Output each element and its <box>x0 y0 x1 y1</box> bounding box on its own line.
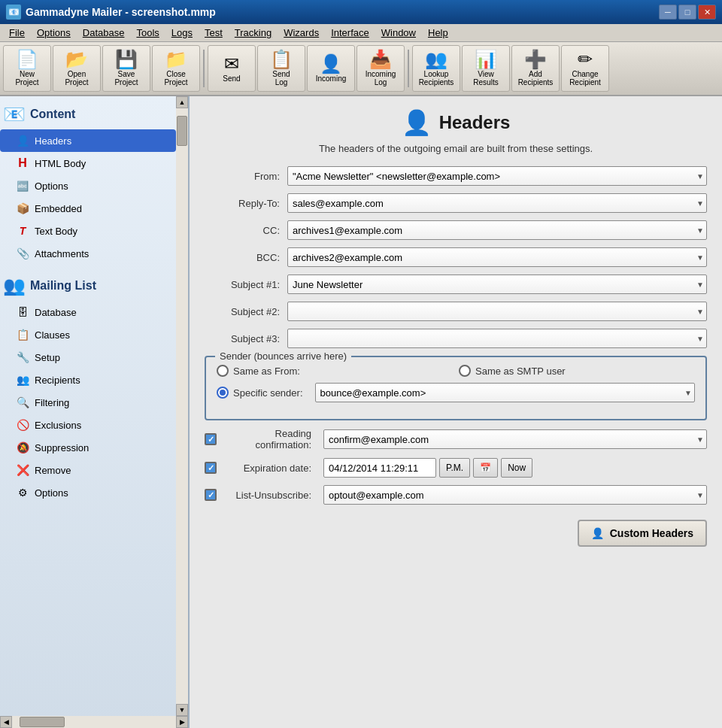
send-log-icon: 📋 <box>270 50 293 68</box>
add-recipients-icon: ➕ <box>524 50 547 68</box>
menu-help[interactable]: Help <box>422 26 454 40</box>
reply-to-row: Reply-To: sales@example.com ▼ <box>205 193 707 213</box>
subject2-row: Subject #2: ▼ <box>205 302 707 321</box>
send-icon: ✉ <box>224 55 239 73</box>
close-project-icon: 📁 <box>165 50 187 68</box>
specific-sender-select[interactable]: bounce@example.com> <box>315 383 696 402</box>
h-scroll-thumb[interactable] <box>20 717 65 727</box>
exclusions-icon: 🚫 <box>15 417 30 432</box>
menu-logs[interactable]: Logs <box>165 26 199 40</box>
sidebar-item-attachments[interactable]: 📎 Attachments <box>0 242 176 265</box>
content-area: 👤 Headers The headers of the outgoing em… <box>190 96 722 728</box>
toolbar-change-recipient[interactable]: ✏ ChangeRecipient <box>561 45 609 92</box>
reading-conf-checkbox[interactable]: ✓ <box>205 433 217 445</box>
list-unsub-row: ✓ List-Unsubscribe: optout@example.com ▼ <box>205 485 707 505</box>
sidebar-setup-label: Setup <box>35 352 60 363</box>
menu-tools[interactable]: Tools <box>130 26 165 40</box>
menu-test[interactable]: Test <box>199 26 229 40</box>
sidebar-ml-options-label: Options <box>35 487 68 499</box>
menu-interface[interactable]: Interface <box>325 26 375 40</box>
incoming-icon: 👤 <box>320 55 342 73</box>
sidebar-item-suppression[interactable]: 🔕 Suppression <box>0 436 176 459</box>
sidebar-item-setup[interactable]: 🔧 Setup <box>0 346 176 369</box>
scroll-up-arrow[interactable]: ▲ <box>176 96 188 108</box>
sidebar-item-filtering[interactable]: 🔍 Filtering <box>0 391 176 414</box>
sidebar-item-options[interactable]: 🔤 Options <box>0 174 176 197</box>
sidebar-item-recipients[interactable]: 👥 Recipients <box>0 369 176 391</box>
clauses-icon: 📋 <box>15 327 30 342</box>
same-as-from-radio[interactable] <box>217 365 229 377</box>
menu-file[interactable]: File <box>3 26 31 40</box>
open-project-icon: 📂 <box>65 50 88 68</box>
subject2-select[interactable] <box>287 302 707 321</box>
custom-headers-button[interactable]: 👤 Custom Headers <box>578 520 707 547</box>
toolbar-incoming-log[interactable]: 📥 IncomingLog <box>356 45 405 92</box>
from-row: From: "Acme Newsletter" <newsletter@exam… <box>205 166 707 186</box>
specific-sender-col: Specific sender: <box>217 387 303 399</box>
scroll-thumb[interactable] <box>177 116 187 146</box>
sidebar-item-remove[interactable]: ❌ Remove <box>0 459 176 481</box>
minimize-button[interactable]: ─ <box>659 5 677 20</box>
title-bar-buttons: ─ □ ✕ <box>659 5 716 20</box>
maximize-button[interactable]: □ <box>678 5 696 20</box>
sidebar-scrollbar[interactable]: ▲ ▼ <box>176 96 188 716</box>
reply-to-select[interactable]: sales@example.com <box>287 193 707 213</box>
toolbar: 📄 NewProject 📂 OpenProject 💾 SaveProject… <box>0 42 722 96</box>
recipients-icon: 👥 <box>15 372 30 387</box>
bcc-select[interactable]: archives2@example.com <box>287 247 707 267</box>
page-title: Headers <box>439 112 511 133</box>
setup-icon: 🔧 <box>15 350 30 365</box>
sidebar-item-ml-options[interactable]: ⚙ Options <box>0 481 176 504</box>
same-as-smtp-label: Same as SMTP user <box>475 366 566 377</box>
toolbar-view-results[interactable]: 📊 ViewResults <box>462 45 510 92</box>
list-unsub-select[interactable]: optout@example.com <box>323 485 707 505</box>
sidebar-item-embedded[interactable]: 📦 Embedded <box>0 197 176 220</box>
menu-wizards[interactable]: Wizards <box>278 26 325 40</box>
sidebar-h-scrollbar[interactable]: ◀ ▶ <box>0 716 188 728</box>
scroll-down-arrow[interactable]: ▼ <box>176 704 188 716</box>
close-button[interactable]: ✕ <box>698 5 716 20</box>
expiration-now-button[interactable]: Now <box>501 458 532 478</box>
toolbar-add-recipients[interactable]: ➕ AddRecipients <box>511 45 560 92</box>
toolbar-open-project[interactable]: 📂 OpenProject <box>53 45 101 92</box>
toolbar-save-project[interactable]: 💾 SaveProject <box>102 45 150 92</box>
menu-tracking[interactable]: Tracking <box>229 26 278 40</box>
expiration-checkbox[interactable]: ✓ <box>205 462 217 474</box>
headers-icon: 👤 <box>15 133 30 148</box>
database-icon: 🗄 <box>15 305 30 320</box>
toolbar-incoming[interactable]: 👤 Incoming <box>307 45 355 92</box>
toolbar-lookup-recipients[interactable]: 👥 LookupRecipients <box>412 45 460 92</box>
h-scroll-left-arrow[interactable]: ◀ <box>0 716 12 728</box>
expiration-calendar-button[interactable]: 📅 <box>473 458 498 478</box>
subject1-select[interactable]: June Newsletter <box>287 275 707 294</box>
same-as-smtp-radio[interactable] <box>459 365 471 377</box>
h-scroll-right-arrow[interactable]: ▶ <box>176 716 188 728</box>
menu-options[interactable]: Options <box>31 26 77 40</box>
sidebar-item-html-body[interactable]: H HTML Body <box>0 152 176 174</box>
specific-sender-radio[interactable] <box>217 387 229 399</box>
expiration-ampm-button[interactable]: P.M. <box>439 458 470 478</box>
list-unsub-checkbox[interactable]: ✓ <box>205 489 217 501</box>
toolbar-new-project[interactable]: 📄 NewProject <box>3 45 51 92</box>
close-project-label: CloseProject <box>164 70 187 86</box>
sidebar-item-database[interactable]: 🗄 Database <box>0 301 176 323</box>
sidebar-filtering-label: Filtering <box>35 397 69 408</box>
subject3-select[interactable] <box>287 329 707 348</box>
sidebar-options-label: Options <box>35 180 68 192</box>
menu-window[interactable]: Window <box>375 26 422 40</box>
reply-to-label: Reply-To: <box>205 198 287 209</box>
from-select[interactable]: "Acme Newsletter" <newsletter@example.co… <box>287 166 707 186</box>
toolbar-close-project[interactable]: 📁 CloseProject <box>152 45 200 92</box>
sidebar-item-clauses[interactable]: 📋 Clauses <box>0 323 176 346</box>
sidebar-attachments-label: Attachments <box>35 248 89 259</box>
menu-database[interactable]: Database <box>77 26 131 40</box>
toolbar-send[interactable]: ✉ Send <box>208 45 256 92</box>
toolbar-send-log[interactable]: 📋 SendLog <box>257 45 305 92</box>
sidebar-item-headers[interactable]: 👤 Headers <box>0 129 176 152</box>
sidebar-item-text-body[interactable]: T Text Body <box>0 220 176 242</box>
expiration-date-input[interactable] <box>323 458 436 478</box>
sidebar-item-exclusions[interactable]: 🚫 Exclusions <box>0 414 176 436</box>
cc-select[interactable]: archives1@example.com <box>287 220 707 240</box>
bcc-row: BCC: archives2@example.com ▼ <box>205 247 707 267</box>
reading-conf-select[interactable]: confirm@example.com <box>323 429 707 449</box>
